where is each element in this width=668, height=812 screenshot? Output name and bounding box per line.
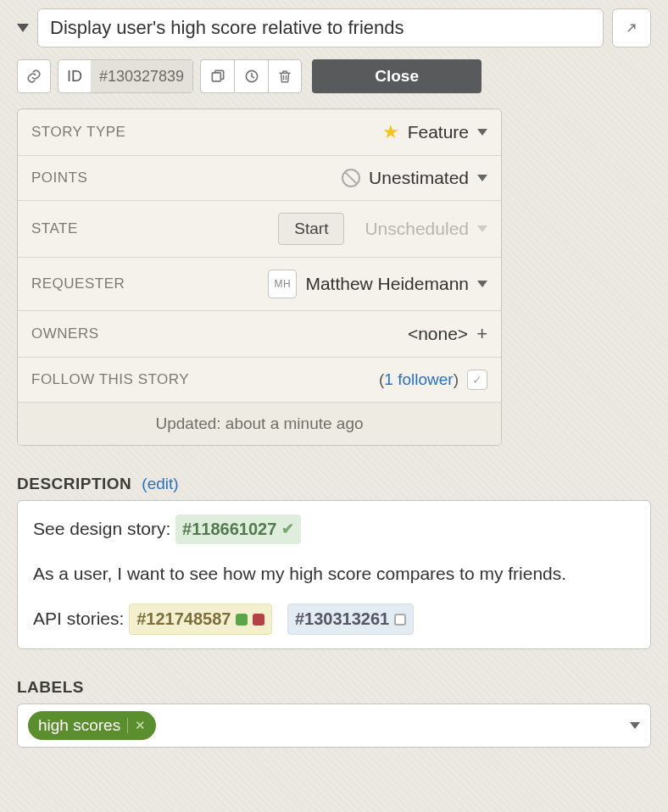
star-icon: ★	[382, 121, 399, 143]
status-square-icon	[236, 614, 248, 626]
requester-label: REQUESTER	[31, 275, 125, 292]
requester-row[interactable]: REQUESTER MH Matthew Heidemann	[18, 258, 501, 311]
requester-name: Matthew Heidemann	[305, 274, 469, 294]
avatar: MH	[268, 270, 297, 298]
close-button[interactable]: Close	[312, 59, 482, 93]
updated-timestamp: Updated: about a minute ago	[18, 403, 501, 445]
label-pill[interactable]: high scores ✕	[28, 711, 156, 740]
story-type-row[interactable]: STORY TYPE ★ Feature	[18, 109, 501, 156]
history-button[interactable]	[234, 59, 268, 93]
check-icon: ✔	[281, 518, 294, 540]
svg-rect-0	[212, 73, 220, 81]
description-text: As a user, I want to see how my high sco…	[33, 561, 635, 587]
clock-icon	[243, 68, 260, 85]
chevron-down-icon	[477, 129, 487, 136]
trash-icon	[277, 68, 292, 85]
points-value: Unestimated	[369, 168, 469, 188]
id-label: ID	[58, 68, 91, 86]
story-type-label: STORY TYPE	[31, 124, 125, 141]
state-label: STATE	[31, 220, 78, 237]
chevron-down-icon	[477, 175, 487, 181]
edit-description-link[interactable]: (edit)	[142, 475, 178, 493]
expand-icon	[624, 20, 639, 36]
state-value: Unscheduled	[365, 219, 469, 239]
follow-row: FOLLOW THIS STORY (1 follower) ✓	[18, 358, 501, 403]
owners-value: <none>	[408, 324, 468, 344]
chevron-down-icon	[477, 281, 487, 287]
id-value: #130327839	[91, 60, 192, 92]
description-text: See design story:	[33, 519, 175, 538]
unestimated-icon	[342, 169, 360, 187]
delete-button[interactable]	[268, 59, 302, 93]
story-type-value: Feature	[408, 122, 469, 142]
remove-label-icon[interactable]: ✕	[127, 718, 146, 733]
story-id-group[interactable]: ID #130327839	[58, 59, 193, 93]
start-button[interactable]: Start	[278, 213, 344, 245]
followers-link[interactable]: 1 follower	[384, 370, 453, 388]
expand-button[interactable]	[612, 8, 651, 47]
owners-label: OWNERS	[31, 325, 99, 342]
status-square-icon	[394, 614, 406, 626]
state-row: STATE Start Unscheduled	[18, 201, 501, 258]
follow-checkbox[interactable]: ✓	[467, 370, 487, 390]
link-icon	[25, 68, 42, 85]
clone-button[interactable]	[200, 59, 234, 93]
chevron-down-icon[interactable]	[477, 225, 487, 232]
linked-story-chip[interactable]: #121748587	[129, 603, 272, 635]
labels-heading: LABELS	[17, 678, 84, 697]
chevron-down-icon[interactable]	[630, 722, 640, 729]
link-button[interactable]	[17, 59, 51, 93]
status-square-icon	[253, 614, 264, 626]
plus-icon[interactable]: +	[476, 323, 487, 345]
story-properties-panel: STORY TYPE ★ Feature POINTS Unestimated …	[17, 108, 502, 446]
label-text: high scores	[38, 716, 120, 735]
linked-story-chip[interactable]: #130313261	[287, 603, 414, 635]
description-body[interactable]: See design story: #118661027 ✔ As a user…	[17, 500, 651, 649]
description-text: API stories:	[33, 609, 129, 628]
linked-story-chip[interactable]: #118661027 ✔	[175, 514, 301, 544]
points-label: POINTS	[31, 170, 87, 186]
description-heading: DESCRIPTION	[17, 475, 131, 493]
labels-input[interactable]: high scores ✕	[17, 704, 651, 748]
story-title-input[interactable]	[37, 8, 604, 47]
follow-label: FOLLOW THIS STORY	[31, 371, 189, 388]
points-row[interactable]: POINTS Unestimated	[18, 156, 501, 201]
collapse-toggle[interactable]	[17, 24, 29, 32]
owners-row[interactable]: OWNERS <none> +	[18, 311, 501, 358]
clone-icon	[209, 68, 226, 85]
